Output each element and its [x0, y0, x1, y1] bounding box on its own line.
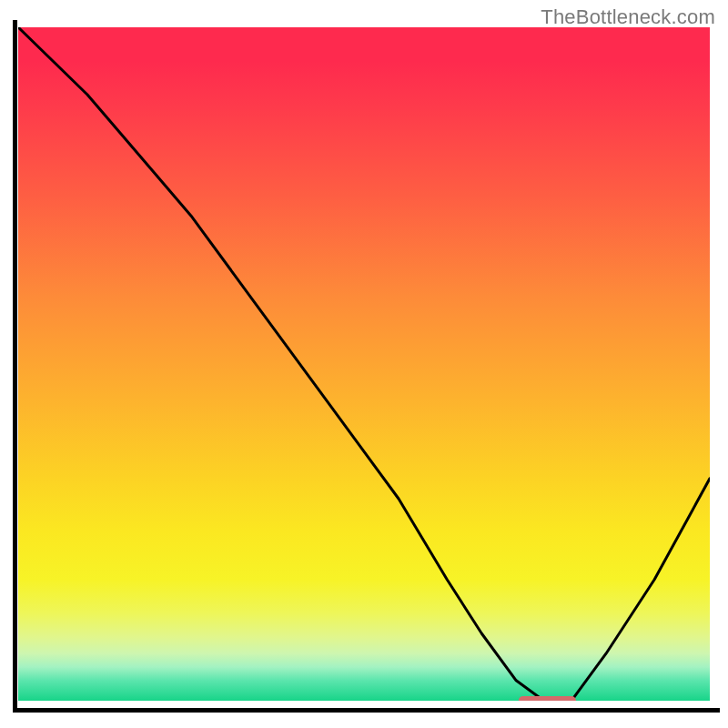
chart-plot-area [18, 27, 710, 701]
watermark-text: TheBottleneck.com [541, 5, 715, 29]
bottleneck-curve-path [18, 27, 710, 701]
bottleneck-curve-svg [18, 27, 710, 701]
